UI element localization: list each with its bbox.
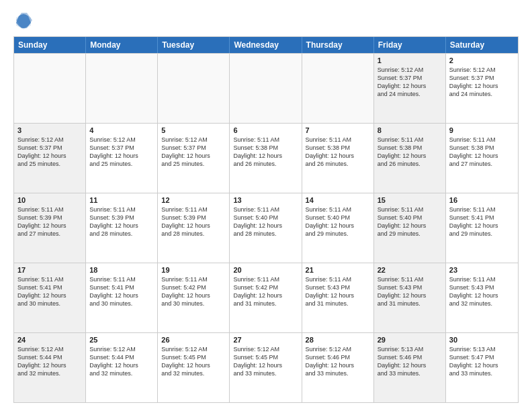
day-number: 1 <box>378 56 442 64</box>
cell-detail-text: Sunrise: 5:11 AM Sunset: 5:39 PM Dayligh… <box>161 205 226 238</box>
calendar-cell: 15Sunrise: 5:11 AM Sunset: 5:40 PM Dayli… <box>374 193 446 263</box>
day-number: 2 <box>449 56 515 64</box>
cell-detail-text: Sunrise: 5:11 AM Sunset: 5:40 PM Dayligh… <box>378 205 442 238</box>
calendar-cell: 19Sunrise: 5:11 AM Sunset: 5:42 PM Dayli… <box>158 263 230 332</box>
calendar-cell: 14Sunrise: 5:11 AM Sunset: 5:40 PM Dayli… <box>302 193 374 263</box>
weekday-header: Saturday <box>446 37 518 53</box>
day-number: 7 <box>306 126 370 134</box>
calendar-cell: 9Sunrise: 5:11 AM Sunset: 5:38 PM Daylig… <box>446 124 518 193</box>
calendar-cell: 27Sunrise: 5:12 AM Sunset: 5:45 PM Dayli… <box>230 333 302 402</box>
weekday-header: Thursday <box>302 37 374 53</box>
day-number: 17 <box>17 266 82 274</box>
calendar-cell: 30Sunrise: 5:13 AM Sunset: 5:47 PM Dayli… <box>446 333 518 402</box>
weekday-header: Tuesday <box>158 37 230 53</box>
cell-detail-text: Sunrise: 5:12 AM Sunset: 5:44 PM Dayligh… <box>17 345 82 378</box>
calendar-cell: 16Sunrise: 5:11 AM Sunset: 5:41 PM Dayli… <box>446 193 518 263</box>
cell-detail-text: Sunrise: 5:13 AM Sunset: 5:46 PM Dayligh… <box>378 345 442 378</box>
weekday-header: Wednesday <box>230 37 302 53</box>
calendar-cell: 4Sunrise: 5:12 AM Sunset: 5:37 PM Daylig… <box>86 124 158 193</box>
weekday-header: Sunday <box>14 37 86 53</box>
cell-detail-text: Sunrise: 5:12 AM Sunset: 5:37 PM Dayligh… <box>449 66 515 99</box>
calendar-cell: 23Sunrise: 5:11 AM Sunset: 5:43 PM Dayli… <box>446 263 518 332</box>
cell-detail-text: Sunrise: 5:11 AM Sunset: 5:43 PM Dayligh… <box>378 275 442 308</box>
day-number: 11 <box>89 196 154 204</box>
calendar-cell: 20Sunrise: 5:11 AM Sunset: 5:42 PM Dayli… <box>230 263 302 332</box>
day-number: 6 <box>233 126 298 134</box>
day-number: 16 <box>449 196 515 204</box>
day-number: 26 <box>161 336 226 344</box>
calendar-cell <box>230 54 302 123</box>
calendar-week: 10Sunrise: 5:11 AM Sunset: 5:39 PM Dayli… <box>14 193 518 263</box>
calendar-week: 24Sunrise: 5:12 AM Sunset: 5:44 PM Dayli… <box>14 332 518 402</box>
calendar-cell: 7Sunrise: 5:11 AM Sunset: 5:38 PM Daylig… <box>302 124 374 193</box>
calendar-cell: 29Sunrise: 5:13 AM Sunset: 5:46 PM Dayli… <box>374 333 446 402</box>
cell-detail-text: Sunrise: 5:11 AM Sunset: 5:39 PM Dayligh… <box>17 205 82 238</box>
cell-detail-text: Sunrise: 5:12 AM Sunset: 5:37 PM Dayligh… <box>161 136 226 169</box>
logo <box>13 11 36 31</box>
day-number: 3 <box>17 126 82 134</box>
calendar-cell: 6Sunrise: 5:11 AM Sunset: 5:38 PM Daylig… <box>230 124 302 193</box>
cell-detail-text: Sunrise: 5:11 AM Sunset: 5:38 PM Dayligh… <box>233 136 298 169</box>
cell-detail-text: Sunrise: 5:12 AM Sunset: 5:37 PM Dayligh… <box>17 136 82 169</box>
cell-detail-text: Sunrise: 5:12 AM Sunset: 5:44 PM Dayligh… <box>89 345 154 378</box>
day-number: 22 <box>378 266 442 274</box>
day-number: 14 <box>306 196 370 204</box>
day-number: 28 <box>306 336 370 344</box>
day-number: 21 <box>306 266 370 274</box>
cell-detail-text: Sunrise: 5:11 AM Sunset: 5:38 PM Dayligh… <box>306 136 370 169</box>
day-number: 27 <box>233 336 298 344</box>
day-number: 9 <box>449 126 515 134</box>
calendar-cell: 21Sunrise: 5:11 AM Sunset: 5:43 PM Dayli… <box>302 263 374 332</box>
day-number: 30 <box>449 336 515 344</box>
day-number: 4 <box>89 126 154 134</box>
day-number: 12 <box>161 196 226 204</box>
cell-detail-text: Sunrise: 5:11 AM Sunset: 5:40 PM Dayligh… <box>306 205 370 238</box>
logo-icon <box>13 11 34 31</box>
calendar: SundayMondayTuesdayWednesdayThursdayFrid… <box>13 36 519 403</box>
calendar-header-row: SundayMondayTuesdayWednesdayThursdayFrid… <box>14 37 518 53</box>
day-number: 8 <box>378 126 442 134</box>
day-number: 10 <box>17 196 82 204</box>
cell-detail-text: Sunrise: 5:11 AM Sunset: 5:41 PM Dayligh… <box>17 275 82 308</box>
cell-detail-text: Sunrise: 5:12 AM Sunset: 5:45 PM Dayligh… <box>233 345 298 378</box>
cell-detail-text: Sunrise: 5:11 AM Sunset: 5:41 PM Dayligh… <box>449 205 515 238</box>
day-number: 13 <box>233 196 298 204</box>
day-number: 5 <box>161 126 226 134</box>
page: SundayMondayTuesdayWednesdayThursdayFrid… <box>0 0 532 411</box>
calendar-cell <box>14 54 86 123</box>
calendar-cell: 24Sunrise: 5:12 AM Sunset: 5:44 PM Dayli… <box>14 333 86 402</box>
calendar-cell <box>158 54 230 123</box>
cell-detail-text: Sunrise: 5:11 AM Sunset: 5:42 PM Dayligh… <box>161 275 226 308</box>
cell-detail-text: Sunrise: 5:12 AM Sunset: 5:37 PM Dayligh… <box>89 136 154 169</box>
cell-detail-text: Sunrise: 5:13 AM Sunset: 5:47 PM Dayligh… <box>449 345 515 378</box>
calendar-cell: 25Sunrise: 5:12 AM Sunset: 5:44 PM Dayli… <box>86 333 158 402</box>
day-number: 19 <box>161 266 226 274</box>
calendar-cell: 18Sunrise: 5:11 AM Sunset: 5:41 PM Dayli… <box>86 263 158 332</box>
day-number: 15 <box>378 196 442 204</box>
cell-detail-text: Sunrise: 5:12 AM Sunset: 5:45 PM Dayligh… <box>161 345 226 378</box>
calendar-cell: 28Sunrise: 5:12 AM Sunset: 5:46 PM Dayli… <box>302 333 374 402</box>
cell-detail-text: Sunrise: 5:11 AM Sunset: 5:38 PM Dayligh… <box>449 136 515 169</box>
cell-detail-text: Sunrise: 5:11 AM Sunset: 5:38 PM Dayligh… <box>378 136 442 169</box>
cell-detail-text: Sunrise: 5:12 AM Sunset: 5:37 PM Dayligh… <box>378 66 442 99</box>
calendar-cell: 10Sunrise: 5:11 AM Sunset: 5:39 PM Dayli… <box>14 193 86 263</box>
calendar-body: 1Sunrise: 5:12 AM Sunset: 5:37 PM Daylig… <box>14 53 518 402</box>
day-number: 23 <box>449 266 515 274</box>
calendar-cell: 17Sunrise: 5:11 AM Sunset: 5:41 PM Dayli… <box>14 263 86 332</box>
day-number: 20 <box>233 266 298 274</box>
day-number: 29 <box>378 336 442 344</box>
cell-detail-text: Sunrise: 5:11 AM Sunset: 5:42 PM Dayligh… <box>233 275 298 308</box>
calendar-week: 3Sunrise: 5:12 AM Sunset: 5:37 PM Daylig… <box>14 123 518 193</box>
calendar-cell: 3Sunrise: 5:12 AM Sunset: 5:37 PM Daylig… <box>14 124 86 193</box>
cell-detail-text: Sunrise: 5:11 AM Sunset: 5:41 PM Dayligh… <box>89 275 154 308</box>
cell-detail-text: Sunrise: 5:11 AM Sunset: 5:43 PM Dayligh… <box>306 275 370 308</box>
cell-detail-text: Sunrise: 5:11 AM Sunset: 5:40 PM Dayligh… <box>233 205 298 238</box>
calendar-cell <box>302 54 374 123</box>
day-number: 18 <box>89 266 154 274</box>
cell-detail-text: Sunrise: 5:11 AM Sunset: 5:43 PM Dayligh… <box>449 275 515 308</box>
calendar-week: 1Sunrise: 5:12 AM Sunset: 5:37 PM Daylig… <box>14 53 518 123</box>
day-number: 25 <box>89 336 154 344</box>
header <box>13 11 519 31</box>
day-number: 24 <box>17 336 82 344</box>
calendar-cell: 22Sunrise: 5:11 AM Sunset: 5:43 PM Dayli… <box>374 263 446 332</box>
